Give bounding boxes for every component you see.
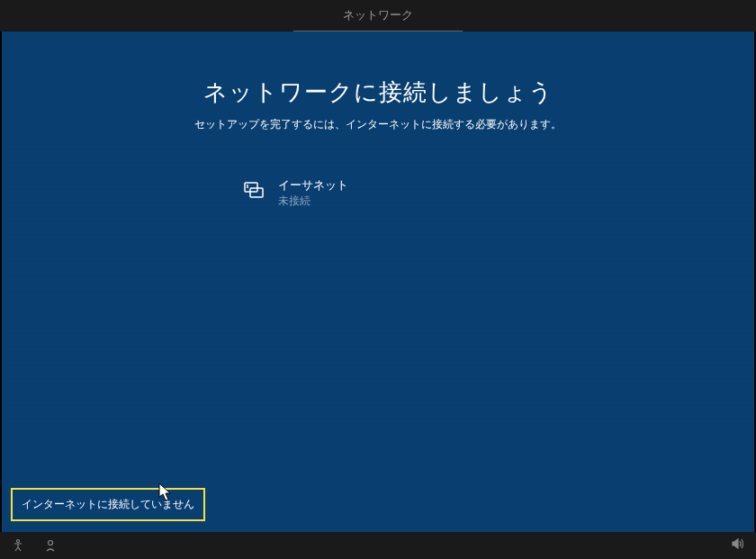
ime-icon[interactable] — [43, 538, 58, 553]
accessibility-icon[interactable] — [11, 538, 25, 553]
svg-point-5 — [49, 541, 53, 545]
network-item-ethernet[interactable]: イーサネット 未接続 — [243, 173, 513, 213]
skip-internet-button[interactable]: インターネットに接続していません — [11, 488, 205, 521]
footer-left — [11, 538, 58, 553]
header-bar: ネットワーク — [0, 0, 756, 32]
network-status: 未接続 — [278, 194, 348, 209]
footer-right — [731, 536, 745, 554]
ethernet-icon — [243, 179, 265, 201]
network-list: イーサネット 未接続 — [243, 173, 513, 213]
skip-button-label: インターネットに接続していません — [22, 498, 194, 510]
main-content: ネットワークに接続しましょう セットアップを完了するには、インターネットに接続す… — [2, 32, 754, 532]
network-name: イーサネット — [278, 177, 348, 194]
footer-bar — [0, 532, 756, 559]
volume-icon[interactable] — [731, 536, 745, 551]
svg-rect-1 — [250, 188, 263, 197]
page-title: ネットワークに接続しましょう — [203, 77, 554, 108]
tab-network[interactable]: ネットワーク — [293, 0, 463, 32]
tab-label: ネットワーク — [343, 8, 413, 22]
network-info: イーサネット 未接続 — [278, 177, 348, 209]
page-subtitle: セットアップを完了するには、インターネットに接続する必要があります。 — [194, 117, 562, 132]
svg-point-4 — [17, 540, 20, 543]
